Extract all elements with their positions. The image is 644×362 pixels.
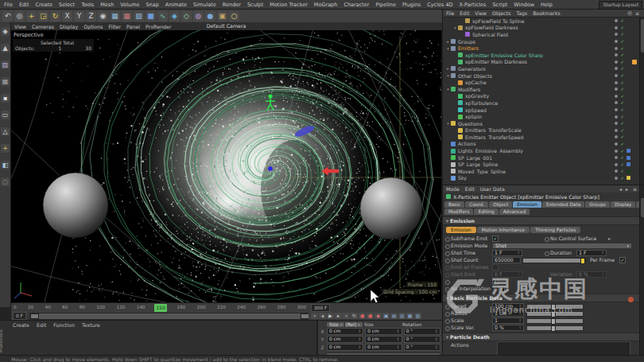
particle-data-slider[interactable] [526, 304, 584, 309]
menu-item[interactable]: Motion Tracker [270, 2, 308, 8]
camera-icon[interactable]: ▣ [217, 11, 227, 21]
object-label[interactable]: xpFlowField To Spline [472, 18, 615, 24]
emission-subtab[interactable]: Thinking Particles [530, 227, 580, 233]
object-row[interactable]: ▸ Generators ✓ [443, 65, 638, 72]
coordinate-system-icon[interactable]: ◉ [98, 11, 108, 21]
attribute-tab[interactable]: Basic [444, 201, 464, 208]
variation-field[interactable]: 0 %↕ [576, 271, 607, 278]
expand-icon[interactable]: ▾ [445, 46, 451, 51]
enable-check-icon[interactable]: ✓ [620, 115, 624, 119]
move-icon[interactable]: + [26, 11, 37, 21]
particle-data-field[interactable]: 1 cm↕ [492, 310, 524, 317]
tag-icon[interactable] [632, 100, 637, 105]
layer-chip[interactable] [627, 53, 630, 57]
layer-chip[interactable] [627, 88, 630, 91]
menu-item[interactable]: Create [35, 2, 52, 8]
object-label[interactable]: Moved_Type_Spline [458, 169, 615, 174]
object-label[interactable]: Emitters_TransferSpeed [465, 134, 615, 140]
size-field[interactable]: 0 cm↕ [365, 328, 402, 335]
visibility-dot[interactable] [615, 108, 618, 111]
menu-item[interactable]: Pipeline [375, 2, 395, 8]
object-row[interactable]: SP_Large_001 ✓ [443, 154, 638, 162]
object-row[interactable]: Emitters_TransferScale ✓ [443, 127, 638, 134]
tag-icon[interactable] [632, 94, 637, 99]
projection-label[interactable]: Perspective [14, 32, 44, 38]
menu-item[interactable]: Cycles 4D [427, 2, 452, 8]
prev-key-button[interactable]: ◂ [319, 313, 326, 319]
layer-chip[interactable] [627, 74, 630, 78]
model-mode-icon[interactable]: ▲ [1, 44, 10, 53]
visibility-dot[interactable] [615, 53, 618, 56]
enable-check-icon[interactable]: ✓ [620, 134, 624, 139]
render-settings-icon[interactable]: ▧ [134, 11, 144, 21]
object-row[interactable]: ▾ xpFlowField Darkness ✓ [443, 25, 638, 32]
object-row[interactable]: xpSpin ✓ [443, 113, 638, 120]
range-start-field[interactable]: 0 F [13, 312, 26, 320]
viewport-menu-item[interactable]: ProRender [145, 24, 171, 29]
emission-section-header[interactable]: Emission [443, 216, 644, 225]
tag-icon[interactable] [632, 32, 637, 37]
tag-icon[interactable] [632, 46, 637, 51]
attribute-tab[interactable]: Extended Data [542, 201, 584, 208]
object-row[interactable]: xpEmitter Emissive Color Sharp ✓ [443, 52, 638, 59]
material-menu-item[interactable]: Edit [37, 322, 46, 328]
object-row[interactable]: Emitters_TransferSpeed ✓ [443, 134, 638, 141]
layer-chip[interactable] [627, 135, 630, 139]
layer-chip[interactable] [627, 142, 630, 146]
scale-icon[interactable]: ◲ [38, 11, 48, 21]
visibility-dot[interactable] [615, 19, 618, 22]
tag-icon[interactable] [632, 142, 637, 146]
layer-chip[interactable] [627, 176, 630, 180]
visibility-dot[interactable] [615, 150, 618, 153]
viewport-menu-item[interactable]: Panel [126, 24, 140, 29]
autokey-button[interactable]: ● [367, 313, 374, 319]
tag-icon[interactable] [632, 169, 637, 173]
texture-mode-icon[interactable]: ▨ [1, 60, 10, 69]
attribute-menu-item[interactable]: Mode [446, 186, 460, 192]
object-label[interactable]: xpSpeed [465, 107, 615, 113]
subdivision-surface-icon[interactable]: ◈ [169, 11, 180, 21]
tag-icon[interactable] [632, 73, 637, 78]
start-emit-field[interactable]: 0 F↕ [492, 271, 522, 278]
expand-icon[interactable]: ▾ [445, 121, 451, 126]
menu-item[interactable]: Select [59, 2, 75, 8]
layer-chip[interactable] [627, 115, 630, 119]
object-row[interactable]: Spherical Field ✓ [443, 31, 638, 38]
layer-chip[interactable] [627, 156, 630, 160]
emission-subtab[interactable]: Motion Inheritance [477, 227, 530, 233]
object-label[interactable]: Spherical Field [472, 32, 615, 37]
menu-item[interactable]: File [4, 2, 13, 8]
parameter-key-button[interactable]: ▦ [406, 313, 413, 319]
menu-item[interactable]: Edit [19, 2, 29, 8]
visibility-dot[interactable] [615, 135, 618, 138]
tag-icon[interactable] [632, 107, 637, 112]
enable-check-icon[interactable]: ✓ [620, 176, 624, 181]
object-label[interactable]: Sky [458, 175, 615, 181]
om-filter-icon[interactable]: ⦿ [627, 10, 632, 16]
rotation-field[interactable]: 0 °↕ [404, 344, 440, 351]
layer-chip[interactable] [627, 25, 630, 29]
layer-chip[interactable] [627, 67, 630, 71]
layer-chip[interactable] [627, 108, 630, 112]
visibility-dot[interactable] [615, 95, 618, 98]
tag-icon[interactable] [632, 80, 637, 85]
object-label[interactable]: Generators [458, 66, 615, 72]
material-menu-item[interactable]: Function [53, 322, 75, 328]
expand-icon[interactable]: ▾ [445, 87, 451, 91]
enable-check-icon[interactable]: ✓ [620, 73, 624, 78]
expand-icon[interactable]: ▸ [445, 66, 451, 71]
tag-icon[interactable] [632, 53, 637, 57]
attribute-tab[interactable]: Display [611, 201, 635, 208]
attribute-tab[interactable]: Coord. [465, 201, 488, 208]
enable-check-icon[interactable]: ✓ [620, 94, 624, 99]
object-row[interactable]: ▾ Questions ✓ [443, 120, 638, 127]
object-label[interactable]: Actions [458, 141, 615, 146]
enable-check-icon[interactable]: ✓ [620, 66, 624, 71]
enable-check-icon[interactable]: ✓ [620, 32, 624, 37]
enable-check-icon[interactable]: ✓ [620, 25, 624, 30]
object-label[interactable]: Lights_Emissive_Assembly [458, 148, 615, 154]
basic-particle-data-header[interactable]: Basic Particle Data [443, 294, 644, 302]
subframe-emit-checkbox[interactable] [492, 235, 499, 242]
object-row[interactable]: ▾ Modifiers ✓ [443, 86, 638, 93]
visibility-dot[interactable] [615, 81, 618, 84]
